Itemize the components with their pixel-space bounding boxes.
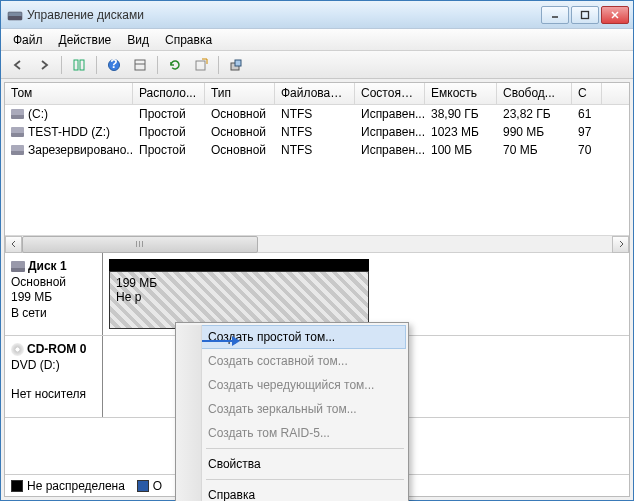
- disk-info: Диск 1 Основной 199 МБ В сети: [5, 253, 103, 335]
- ctx-create-spanned-volume: Создать составной том...: [178, 349, 406, 373]
- svg-rect-3: [582, 11, 589, 18]
- menu-action[interactable]: Действие: [51, 31, 120, 49]
- partition-size: 199 МБ: [116, 276, 362, 290]
- volume-row[interactable]: (C:) Простой Основной NTFS Исправен... 3…: [5, 105, 629, 123]
- col-layout[interactable]: Располо...: [133, 83, 205, 104]
- menu-view[interactable]: Вид: [119, 31, 157, 49]
- disk-title: Диск 1: [28, 259, 67, 275]
- close-button[interactable]: [601, 6, 629, 24]
- svg-rect-1: [8, 16, 22, 20]
- svg-rect-10: [135, 60, 145, 70]
- volume-capacity: 100 МБ: [425, 142, 497, 158]
- maximize-button[interactable]: [571, 6, 599, 24]
- volume-list-body: (C:) Простой Основной NTFS Исправен... 3…: [5, 105, 629, 235]
- col-pct[interactable]: С: [572, 83, 602, 104]
- volume-list-header: Том Располо... Тип Файловая с... Состоян…: [5, 83, 629, 105]
- ctx-create-striped-volume: Создать чередующийся том...: [178, 373, 406, 397]
- volume-row[interactable]: TEST-HDD (Z:) Простой Основной NTFS Испр…: [5, 123, 629, 141]
- disk-size: 199 МБ: [11, 290, 96, 306]
- toolbar-separator: [61, 56, 62, 74]
- context-menu: Создать простой том... Создать составной…: [175, 322, 409, 501]
- volume-layout: Простой: [133, 124, 205, 140]
- legend-unallocated: Не распределена: [11, 479, 125, 493]
- drive-icon: [11, 109, 24, 119]
- col-capacity[interactable]: Емкость: [425, 83, 497, 104]
- volume-fs: NTFS: [275, 106, 355, 122]
- drive-icon: [11, 145, 24, 155]
- context-menu-separator: [206, 448, 404, 449]
- volume-layout: Простой: [133, 142, 205, 158]
- svg-rect-14: [235, 60, 241, 66]
- volume-pct: 97: [572, 124, 602, 140]
- volume-name: TEST-HDD (Z:): [5, 124, 133, 140]
- view-top-button[interactable]: [129, 54, 151, 76]
- volume-fs: NTFS: [275, 142, 355, 158]
- swatch-unallocated: [11, 480, 23, 492]
- toolbar: ?: [1, 51, 633, 79]
- volume-list-panel: Том Располо... Тип Файловая с... Состоян…: [5, 83, 629, 253]
- volume-pct: 61: [572, 106, 602, 122]
- scroll-track[interactable]: [22, 236, 612, 253]
- toolbar-separator: [96, 56, 97, 74]
- svg-rect-6: [74, 60, 78, 70]
- ctx-help[interactable]: Справка: [178, 483, 406, 501]
- ctx-create-raid5-volume: Создать том RAID-5...: [178, 421, 406, 445]
- back-button[interactable]: [7, 54, 29, 76]
- volume-fs: NTFS: [275, 124, 355, 140]
- rescan-button[interactable]: [190, 54, 212, 76]
- disk-type: DVD (D:): [11, 358, 96, 374]
- volume-type: Основной: [205, 124, 275, 140]
- help-button[interactable]: ?: [103, 54, 125, 76]
- disk-info: CD-ROM 0 DVD (D:) Нет носителя: [5, 336, 103, 417]
- volume-layout: Простой: [133, 106, 205, 122]
- refresh-button[interactable]: [164, 54, 186, 76]
- minimize-button[interactable]: [541, 6, 569, 24]
- volume-type: Основной: [205, 106, 275, 122]
- col-fs[interactable]: Файловая с...: [275, 83, 355, 104]
- ctx-create-mirrored-volume: Создать зеркальный том...: [178, 397, 406, 421]
- volume-pct: 70: [572, 142, 602, 158]
- cdrom-icon: [11, 343, 24, 356]
- horizontal-scrollbar[interactable]: [5, 235, 629, 252]
- disk-icon: [11, 261, 25, 272]
- volume-free: 23,82 ГБ: [497, 106, 572, 122]
- col-status[interactable]: Состояние: [355, 83, 425, 104]
- legend-primary: О: [137, 479, 162, 493]
- menubar: Файл Действие Вид Справка: [1, 29, 633, 51]
- forward-button[interactable]: [33, 54, 55, 76]
- drive-icon: [11, 127, 24, 137]
- disk-status: В сети: [11, 306, 96, 322]
- menu-help[interactable]: Справка: [157, 31, 220, 49]
- toolbar-separator: [218, 56, 219, 74]
- svg-text:?: ?: [110, 58, 117, 71]
- scroll-left-button[interactable]: [5, 236, 22, 253]
- titlebar[interactable]: Управление дисками: [1, 1, 633, 29]
- col-free[interactable]: Свобод...: [497, 83, 572, 104]
- ctx-create-simple-volume[interactable]: Создать простой том...: [178, 325, 406, 349]
- scroll-right-button[interactable]: [612, 236, 629, 253]
- partition-status: Не р: [116, 290, 362, 304]
- disk-title: CD-ROM 0: [27, 342, 86, 358]
- unallocated-partition[interactable]: 199 МБ Не р: [109, 271, 369, 329]
- volume-capacity: 1023 МБ: [425, 124, 497, 140]
- volume-status: Исправен...: [355, 142, 425, 158]
- show-hide-console-button[interactable]: [68, 54, 90, 76]
- window-title: Управление дисками: [27, 8, 541, 22]
- col-type[interactable]: Тип: [205, 83, 275, 104]
- volume-name: (C:): [5, 106, 133, 122]
- volume-row[interactable]: Зарезервировано... Простой Основной NTFS…: [5, 141, 629, 159]
- volume-status: Исправен...: [355, 106, 425, 122]
- ctx-properties[interactable]: Свойства: [178, 452, 406, 476]
- toolbar-separator: [157, 56, 158, 74]
- volume-type: Основной: [205, 142, 275, 158]
- volume-free: 990 МБ: [497, 124, 572, 140]
- context-menu-separator: [206, 479, 404, 480]
- app-icon: [7, 7, 23, 23]
- settings-button[interactable]: [225, 54, 247, 76]
- context-menu-gutter: [176, 325, 202, 501]
- disk-type: Основной: [11, 275, 96, 291]
- scroll-thumb[interactable]: [22, 236, 258, 253]
- menu-file[interactable]: Файл: [5, 31, 51, 49]
- svg-rect-12: [196, 61, 205, 70]
- col-volume[interactable]: Том: [5, 83, 133, 104]
